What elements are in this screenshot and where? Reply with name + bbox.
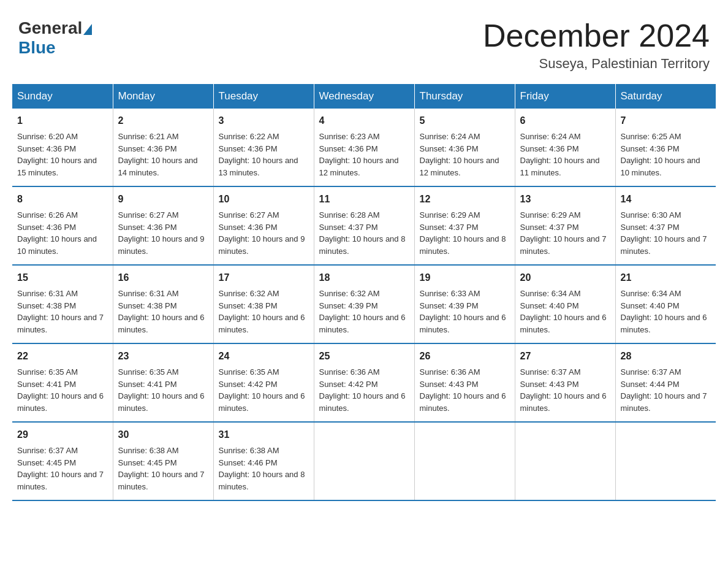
title-area: December 2024 Suseya, Palestinian Territ…: [483, 18, 710, 72]
calendar-cell: 3 Sunrise: 6:22 AMSunset: 4:36 PMDayligh…: [213, 109, 314, 186]
calendar-cell: 20 Sunrise: 6:34 AMSunset: 4:40 PMDaylig…: [515, 265, 615, 343]
calendar-cell: 24 Sunrise: 6:35 AMSunset: 4:42 PMDaylig…: [213, 343, 314, 422]
logo-blue-text: Blue: [18, 38, 56, 58]
calendar-cell: 25 Sunrise: 6:36 AMSunset: 4:42 PMDaylig…: [314, 343, 414, 422]
calendar-cell: 27 Sunrise: 6:37 AMSunset: 4:43 PMDaylig…: [515, 343, 615, 422]
calendar-cell: 10 Sunrise: 6:27 AMSunset: 4:36 PMDaylig…: [213, 186, 314, 265]
weekday-header-friday: Friday: [515, 84, 615, 109]
day-info: Sunrise: 6:23 AMSunset: 4:36 PMDaylight:…: [319, 132, 399, 177]
day-info: Sunrise: 6:24 AMSunset: 4:36 PMDaylight:…: [520, 132, 600, 177]
calendar-cell: 12 Sunrise: 6:29 AMSunset: 4:37 PMDaylig…: [414, 186, 515, 265]
day-number: 31: [219, 427, 309, 442]
day-number: 5: [420, 113, 510, 128]
day-number: 22: [17, 349, 108, 364]
logo: General Blue: [18, 18, 93, 58]
day-info: Sunrise: 6:32 AMSunset: 4:38 PMDaylight:…: [219, 289, 305, 334]
day-info: Sunrise: 6:36 AMSunset: 4:43 PMDaylight:…: [420, 367, 506, 413]
day-number: 18: [319, 270, 409, 285]
calendar-cell: 7 Sunrise: 6:25 AMSunset: 4:36 PMDayligh…: [615, 109, 716, 186]
calendar-cell: 29 Sunrise: 6:37 AMSunset: 4:45 PMDaylig…: [12, 422, 113, 500]
calendar-cell: 31 Sunrise: 6:38 AMSunset: 4:46 PMDaylig…: [213, 422, 314, 500]
location-title: Suseya, Palestinian Territory: [483, 56, 710, 72]
week-row-1: 1 Sunrise: 6:20 AMSunset: 4:36 PMDayligh…: [12, 109, 716, 186]
weekday-header-wednesday: Wednesday: [314, 84, 414, 109]
day-number: 15: [17, 270, 108, 285]
calendar-cell: 17 Sunrise: 6:32 AMSunset: 4:38 PMDaylig…: [213, 265, 314, 343]
day-number: 10: [219, 192, 309, 207]
day-number: 3: [219, 113, 309, 128]
weekday-header-tuesday: Tuesday: [213, 84, 314, 109]
day-number: 29: [17, 427, 108, 442]
day-number: 14: [621, 192, 711, 207]
day-number: 28: [621, 349, 711, 364]
day-info: Sunrise: 6:29 AMSunset: 4:37 PMDaylight:…: [420, 210, 506, 256]
calendar-cell: 11 Sunrise: 6:28 AMSunset: 4:37 PMDaylig…: [314, 186, 414, 265]
logo-triangle-icon: [83, 24, 92, 35]
day-number: 20: [520, 270, 610, 285]
day-info: Sunrise: 6:37 AMSunset: 4:43 PMDaylight:…: [520, 367, 607, 413]
day-number: 11: [319, 192, 409, 207]
day-number: 24: [219, 349, 309, 364]
weekday-header-sunday: Sunday: [12, 84, 113, 109]
day-info: Sunrise: 6:36 AMSunset: 4:42 PMDaylight:…: [319, 367, 406, 413]
week-row-4: 22 Sunrise: 6:35 AMSunset: 4:41 PMDaylig…: [12, 343, 716, 422]
week-row-3: 15 Sunrise: 6:31 AMSunset: 4:38 PMDaylig…: [12, 265, 716, 343]
day-info: Sunrise: 6:29 AMSunset: 4:37 PMDaylight:…: [520, 210, 607, 256]
calendar-cell: [414, 422, 515, 500]
calendar-cell: [615, 422, 716, 500]
day-number: 12: [420, 192, 510, 207]
day-info: Sunrise: 6:28 AMSunset: 4:37 PMDaylight:…: [319, 210, 406, 256]
calendar-cell: 30 Sunrise: 6:38 AMSunset: 4:45 PMDaylig…: [113, 422, 213, 500]
calendar-cell: 22 Sunrise: 6:35 AMSunset: 4:41 PMDaylig…: [12, 343, 113, 422]
calendar-cell: 4 Sunrise: 6:23 AMSunset: 4:36 PMDayligh…: [314, 109, 414, 186]
month-title: December 2024: [483, 18, 710, 53]
day-number: 16: [118, 270, 208, 285]
calendar-cell: 8 Sunrise: 6:26 AMSunset: 4:36 PMDayligh…: [12, 186, 113, 265]
day-number: 25: [319, 349, 409, 364]
calendar-cell: 18 Sunrise: 6:32 AMSunset: 4:39 PMDaylig…: [314, 265, 414, 343]
day-info: Sunrise: 6:20 AMSunset: 4:36 PMDaylight:…: [17, 132, 97, 177]
day-info: Sunrise: 6:35 AMSunset: 4:42 PMDaylight:…: [219, 367, 305, 413]
logo-text: General: [18, 18, 93, 38]
day-number: 9: [118, 192, 208, 207]
day-number: 7: [621, 113, 711, 128]
calendar-cell: 23 Sunrise: 6:35 AMSunset: 4:41 PMDaylig…: [113, 343, 213, 422]
day-info: Sunrise: 6:27 AMSunset: 4:36 PMDaylight:…: [219, 210, 305, 256]
day-number: 19: [420, 270, 510, 285]
day-info: Sunrise: 6:31 AMSunset: 4:38 PMDaylight:…: [17, 289, 104, 334]
calendar-cell: 6 Sunrise: 6:24 AMSunset: 4:36 PMDayligh…: [515, 109, 615, 186]
week-row-5: 29 Sunrise: 6:37 AMSunset: 4:45 PMDaylig…: [12, 422, 716, 500]
day-info: Sunrise: 6:27 AMSunset: 4:36 PMDaylight:…: [118, 210, 205, 256]
weekday-header-monday: Monday: [113, 84, 213, 109]
day-info: Sunrise: 6:33 AMSunset: 4:39 PMDaylight:…: [420, 289, 506, 334]
calendar-cell: 9 Sunrise: 6:27 AMSunset: 4:36 PMDayligh…: [113, 186, 213, 265]
calendar-cell: 19 Sunrise: 6:33 AMSunset: 4:39 PMDaylig…: [414, 265, 515, 343]
logo-blue: Blue: [18, 38, 56, 57]
day-number: 1: [17, 113, 108, 128]
day-number: 27: [520, 349, 610, 364]
day-info: Sunrise: 6:38 AMSunset: 4:45 PMDaylight:…: [118, 446, 205, 491]
day-info: Sunrise: 6:26 AMSunset: 4:36 PMDaylight:…: [17, 210, 97, 256]
day-number: 13: [520, 192, 610, 207]
logo-general: General: [18, 18, 82, 38]
calendar-cell: [515, 422, 615, 500]
calendar-cell: 28 Sunrise: 6:37 AMSunset: 4:44 PMDaylig…: [615, 343, 716, 422]
weekday-header-saturday: Saturday: [615, 84, 716, 109]
day-number: 2: [118, 113, 208, 128]
day-info: Sunrise: 6:37 AMSunset: 4:45 PMDaylight:…: [17, 446, 104, 491]
day-info: Sunrise: 6:34 AMSunset: 4:40 PMDaylight:…: [520, 289, 607, 334]
calendar-body: 1 Sunrise: 6:20 AMSunset: 4:36 PMDayligh…: [12, 109, 716, 500]
day-info: Sunrise: 6:24 AMSunset: 4:36 PMDaylight:…: [420, 132, 499, 177]
day-info: Sunrise: 6:30 AMSunset: 4:37 PMDaylight:…: [621, 210, 707, 256]
calendar-cell: [314, 422, 414, 500]
day-number: 26: [420, 349, 510, 364]
day-number: 30: [118, 427, 208, 442]
day-number: 23: [118, 349, 208, 364]
day-number: 17: [219, 270, 309, 285]
day-info: Sunrise: 6:32 AMSunset: 4:39 PMDaylight:…: [319, 289, 406, 334]
day-number: 4: [319, 113, 409, 128]
day-info: Sunrise: 6:37 AMSunset: 4:44 PMDaylight:…: [621, 367, 707, 413]
calendar-cell: 5 Sunrise: 6:24 AMSunset: 4:36 PMDayligh…: [414, 109, 515, 186]
calendar-cell: 1 Sunrise: 6:20 AMSunset: 4:36 PMDayligh…: [12, 109, 113, 186]
day-info: Sunrise: 6:38 AMSunset: 4:46 PMDaylight:…: [219, 446, 305, 491]
